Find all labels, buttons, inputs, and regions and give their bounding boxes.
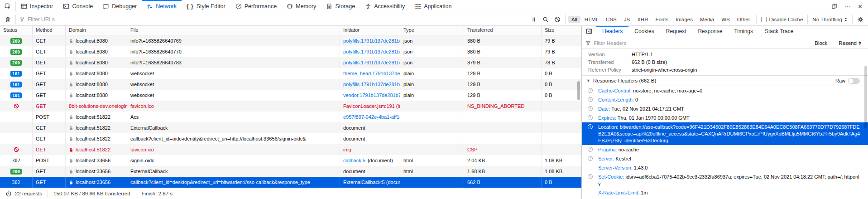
table-row[interactable]: 200GETlocalhost:33656ExternalCallbackdoc…	[0, 166, 581, 177]
initiator-link[interactable]: callback:5	[343, 158, 365, 163]
clear-requests-button[interactable]	[0, 16, 15, 23]
memory-icon	[287, 3, 293, 10]
type-filter-media[interactable]: Media	[697, 16, 717, 23]
details-tab-response[interactable]: Response	[692, 26, 728, 37]
table-row[interactable]: 101GETlocalhost:8080websocketpolyfills.1…	[0, 79, 581, 90]
table-row[interactable]: GETlocalhost:51822callback?client_id=oid…	[0, 133, 581, 144]
initiator-link[interactable]: FaviconLoader.jsm:191 (img)	[343, 103, 400, 109]
pause-traffic-icon[interactable]	[531, 16, 537, 23]
column-header-transferred[interactable]: Transferred	[464, 26, 542, 35]
tool-tab-style-editor[interactable]: { }Style Editor	[182, 0, 230, 13]
header-row[interactable]: X-Rate-Limit-Limit: 1m	[582, 188, 868, 197]
cell-method: GET	[33, 79, 66, 90]
header-name: Server:	[598, 156, 614, 161]
filter-urls-input[interactable]	[28, 16, 523, 23]
header-row[interactable]: ?Cache-Control: no-store, no-cache, max-…	[582, 86, 868, 95]
column-header-file[interactable]: File	[127, 26, 340, 35]
header-row[interactable]: ?Date: Tue, 02 Nov 2021 04:17:21 GMT	[582, 104, 868, 113]
details-tab-request[interactable]: Request	[660, 26, 692, 37]
details-tab-stack-trace[interactable]: Stack Trace	[759, 26, 799, 37]
disable-cache-label: Disable Cache	[769, 17, 803, 22]
type-filter-xhr[interactable]: XHR	[634, 16, 651, 23]
type-filter-all[interactable]: All	[568, 16, 580, 23]
inspector-icon	[21, 3, 27, 10]
table-row[interactable]: GETlocalhost:51822favicon.icoimgCSP	[0, 144, 581, 155]
initiator-link[interactable]: polyfills.1791b137de281b787…	[343, 60, 400, 65]
node-picker-button[interactable]	[0, 0, 15, 13]
initiator-link[interactable]: polyfills.1791b137de281b787…	[343, 38, 400, 44]
header-row[interactable]: ?Content-Length: 0	[582, 95, 868, 104]
type-filter-other[interactable]: Other	[734, 16, 753, 23]
table-row[interactable]: 200GETlocalhost:8080info?t=1635826640769…	[0, 35, 581, 46]
initiator-link[interactable]: e957f897-042e-4ba1-aff1-…	[343, 114, 400, 120]
close-icon[interactable]: ✕	[858, 3, 863, 10]
responsive-design-icon[interactable]	[831, 3, 838, 10]
tool-tab-console[interactable]: Console	[58, 0, 98, 13]
resend-dropdown[interactable]: Resend	[836, 40, 864, 46]
column-header-method[interactable]: Method	[33, 26, 66, 35]
details-tab-timings[interactable]: Timings	[728, 26, 759, 37]
column-header-initiator[interactable]: Initiator	[340, 26, 400, 35]
tool-tab-performance[interactable]: Performance	[230, 0, 282, 13]
column-header-status[interactable]: Status	[0, 26, 33, 35]
header-row[interactable]: ?Expires: Thu, 01 Jan 1970 00:00:00 GMT	[582, 113, 868, 122]
sidebar-toggle-icon[interactable]	[582, 26, 596, 37]
summary-value: strict-origin-when-cross-origin	[632, 67, 697, 73]
gear-icon[interactable]	[853, 16, 868, 23]
type-filter-ws[interactable]: WS	[718, 16, 733, 23]
tool-tab-memory[interactable]: Memory	[282, 0, 321, 13]
tool-tab-application[interactable]: Application	[410, 0, 456, 13]
initiator-link[interactable]: vendor.1791b137de281b787…	[343, 92, 400, 98]
initiator-link[interactable]: theme_head.1791b137de281…	[343, 71, 400, 76]
tool-tab-storage[interactable]: Storage	[321, 0, 360, 13]
table-row[interactable]: POSTlocalhost:51822Acse957f897-042e-4ba1…	[0, 112, 581, 122]
table-row[interactable]: GETlocalhost:51822ExternalCallbackdocume…	[0, 122, 581, 133]
type-filter-fonts[interactable]: Fonts	[652, 16, 671, 23]
type-filter-css[interactable]: CSS	[603, 16, 620, 23]
header-value: Tue, 02 Nov 2021 04:17:21 GMT	[610, 106, 684, 112]
tool-tab-network[interactable]: Network	[142, 0, 182, 13]
initiator-text: img	[343, 147, 351, 152]
type-filter-js[interactable]: JS	[621, 16, 633, 23]
response-headers-section-header[interactable]: ▼ Response Headers (662 B) Raw	[582, 75, 868, 86]
table-row[interactable]: 200GETlocalhost:8080info?t=1635826640770…	[0, 46, 581, 57]
header-row[interactable]: ?Location: bitwarden://sso-callback?code…	[582, 122, 868, 145]
initiator-link[interactable]: polyfills.1791b137de281b787…	[343, 82, 400, 87]
table-row[interactable]: GET8bit-solutions-dev.onelogin…favicon.i…	[0, 101, 581, 112]
column-header-type[interactable]: Type	[400, 26, 464, 35]
table-row[interactable]: 101GETlocalhost:8080websocketvendor.1791…	[0, 90, 581, 101]
block-requests-icon[interactable]	[554, 16, 561, 23]
search-icon[interactable]	[542, 16, 549, 23]
details-tab-headers[interactable]: Headers	[596, 26, 628, 37]
table-row[interactable]: 302POSTlocalhost:33656signin-oidccallbac…	[0, 155, 581, 166]
filter-headers-input[interactable]	[594, 40, 809, 46]
header-row[interactable]: ?Pragma: no-cache	[582, 145, 868, 154]
details-scrollbar[interactable]	[864, 66, 867, 128]
transferred-summary: 150.07 KB / 89.66 KB transferred	[53, 191, 130, 196]
table-row[interactable]: 200GETlocalhost:8080info?t=1635826640783…	[0, 57, 581, 68]
request-list-scrollbar[interactable]	[577, 81, 580, 100]
column-header-size[interactable]: Size	[542, 26, 581, 35]
header-row[interactable]: Server-Version: 1.43.0	[582, 163, 868, 172]
initiator-link[interactable]: ExternalCallback:5 (docume…	[343, 180, 400, 185]
throttling-dropdown[interactable]: No Throttling	[808, 17, 852, 22]
meatball-menu-icon[interactable]: ⋯	[844, 3, 851, 10]
header-row[interactable]: ?Set-Cookie: idsrv=adf6cba1-7075-402b-9e…	[582, 172, 868, 188]
type-filter-images[interactable]: Images	[672, 16, 696, 23]
tool-tab-debugger[interactable]: Debugger	[98, 0, 142, 13]
initiator-link[interactable]: polyfills.1791b137de281b787…	[343, 49, 400, 54]
cell-initiator: polyfills.1791b137de281b787…	[340, 79, 400, 90]
tool-tab-label: Memory	[296, 3, 316, 10]
disable-cache-control[interactable]: Disable Cache	[757, 17, 808, 22]
table-row[interactable]: 302GETlocalhost:33656callback?client_id=…	[0, 177, 581, 188]
table-row[interactable]: 101GETlocalhost:8080websockettheme_head.…	[0, 68, 581, 79]
header-row[interactable]: ?Server: Kestrel	[582, 154, 868, 163]
block-button[interactable]: Block	[812, 40, 830, 46]
column-header-domain[interactable]: Domain	[66, 26, 127, 35]
tool-tab-inspector[interactable]: Inspector	[16, 0, 58, 13]
details-tab-cookies[interactable]: Cookies	[628, 26, 660, 37]
raw-toggle[interactable]	[848, 78, 860, 84]
disable-cache-checkbox[interactable]	[761, 17, 767, 22]
type-filter-html[interactable]: HTML	[581, 16, 602, 23]
tool-tab-accessibility[interactable]: Accessibility	[360, 0, 410, 13]
